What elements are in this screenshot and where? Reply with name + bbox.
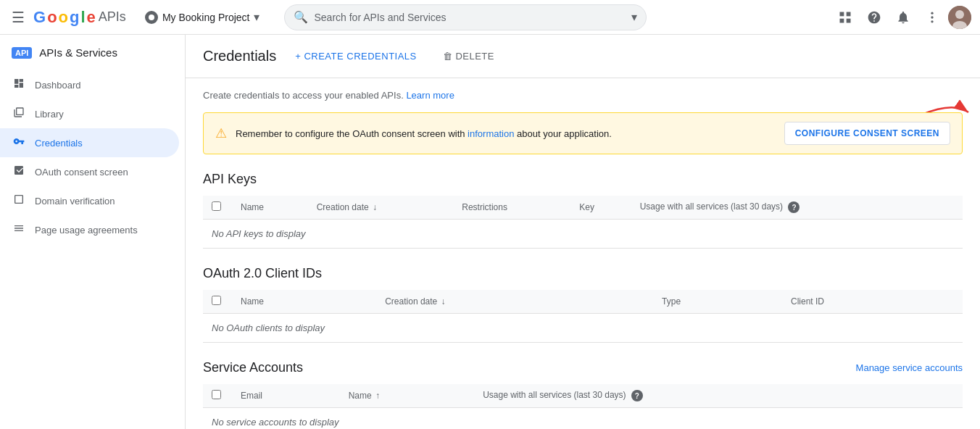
- oauth-clients-header-row: Name Creation date ↓ Type Client ID: [203, 290, 963, 314]
- app-layout: API APIs & Services Dashboard Library Cr…: [0, 35, 980, 429]
- sidebar-header: API APIs & Services: [0, 41, 185, 70]
- svg-point-9: [955, 10, 964, 19]
- oauth-clients-table-header: Name Creation date ↓ Type Client ID: [203, 290, 963, 314]
- logo-g: G: [33, 8, 46, 27]
- sidebar-item-domain[interactable]: Domain verification: [0, 186, 179, 215]
- warning-link[interactable]: information: [468, 128, 514, 139]
- api-keys-col-name: Name: [232, 196, 308, 220]
- content-area: Create credentials to access your enable…: [186, 78, 980, 429]
- sidebar-item-dashboard[interactable]: Dashboard: [0, 70, 179, 99]
- service-accounts-select-all-header: [203, 384, 232, 408]
- api-keys-table: Name Creation date ↓ Restrictions Key: [203, 196, 963, 249]
- svg-rect-3: [840, 18, 844, 22]
- sidebar-item-oauth[interactable]: OAuth consent screen: [0, 157, 179, 186]
- avatar[interactable]: [948, 6, 971, 29]
- api-keys-header-row: Name Creation date ↓ Restrictions Key: [203, 196, 963, 220]
- api-keys-table-body: No API keys to display: [203, 220, 963, 249]
- service-accounts-usage-help-icon[interactable]: ?: [631, 390, 643, 401]
- service-accounts-select-all-checkbox[interactable]: [212, 390, 221, 399]
- page-title: Credentials: [203, 48, 276, 64]
- sort-desc-icon-oauth: ↓: [441, 296, 446, 307]
- project-selector[interactable]: My Booking Project ▾: [141, 7, 265, 27]
- help-icon-button[interactable]: [861, 4, 887, 30]
- oauth-clients-col-creation-date[interactable]: Creation date ↓: [376, 290, 653, 314]
- api-keys-usage-help-icon[interactable]: ?: [788, 201, 800, 213]
- service-accounts-header-row: Email Name ↑ Usage with all services (la…: [203, 384, 963, 408]
- sidebar-label-credentials: Credentials: [35, 138, 83, 149]
- sidebar-item-library[interactable]: Library: [0, 99, 179, 128]
- main-content: Credentials + CREATE CREDENTIALS 🗑 DELET…: [186, 35, 980, 429]
- configure-consent-screen-button[interactable]: CONFIGURE CONSENT SCREEN: [784, 122, 950, 145]
- oauth-clients-col-name: Name: [232, 290, 376, 314]
- project-name: My Booking Project: [162, 12, 250, 23]
- warning-banner: ⚠ Remember to configure the OAuth consen…: [203, 112, 963, 154]
- service-accounts-no-data-row: No service accounts to display: [203, 408, 963, 430]
- api-keys-select-all-checkbox[interactable]: [212, 201, 221, 211]
- warning-text: Remember to configure the OAuth consent …: [236, 128, 773, 139]
- logo-e: e: [87, 8, 96, 27]
- warning-wrapper: ⚠ Remember to configure the OAuth consen…: [203, 112, 963, 154]
- api-keys-col-restrictions: Restrictions: [453, 196, 570, 220]
- notification-icon-button[interactable]: [890, 4, 916, 30]
- logo-o2: o: [59, 8, 68, 27]
- sidebar-item-credentials[interactable]: Credentials: [0, 128, 179, 157]
- oauth-clients-section: OAuth 2.0 Client IDs Name Creation date: [203, 266, 963, 343]
- logo-l: l: [80, 8, 85, 27]
- oauth-clients-no-data-row: No OAuth clients to display: [203, 314, 963, 343]
- search-bar[interactable]: 🔍 Search for APIs and Services ▾: [284, 4, 647, 30]
- delete-button[interactable]: 🗑 DELETE: [436, 46, 502, 66]
- service-accounts-header-row: Service Accounts Manage service accounts: [203, 360, 963, 375]
- sidebar-label-dashboard: Dashboard: [35, 80, 81, 91]
- service-accounts-table: Email Name ↑ Usage with all services (la…: [203, 384, 963, 429]
- svg-rect-4: [847, 18, 851, 22]
- page-usage-icon: [12, 222, 26, 237]
- svg-rect-2: [847, 12, 851, 16]
- sidebar: API APIs & Services Dashboard Library Cr…: [0, 35, 186, 429]
- apps-icon-button[interactable]: [832, 4, 858, 30]
- api-keys-section: API Keys Name Creation date: [203, 172, 963, 249]
- service-accounts-col-name[interactable]: Name ↑: [340, 384, 474, 408]
- credentials-icon: [12, 136, 26, 150]
- info-bar: Create credentials to access your enable…: [203, 90, 963, 101]
- api-keys-no-data-row: No API keys to display: [203, 220, 963, 249]
- oauth-clients-table-body: No OAuth clients to display: [203, 314, 963, 343]
- svg-point-5: [931, 12, 933, 14]
- svg-point-0: [149, 14, 154, 20]
- page-header: Credentials + CREATE CREDENTIALS 🗑 DELET…: [186, 35, 980, 78]
- api-keys-title: API Keys: [203, 172, 963, 187]
- sort-asc-icon: ↑: [375, 391, 380, 401]
- service-accounts-title: Service Accounts: [203, 360, 303, 375]
- oauth-clients-col-type: Type: [653, 290, 782, 314]
- logo-apis: APIs: [99, 9, 126, 25]
- service-accounts-no-data-cell: No service accounts to display: [203, 408, 963, 430]
- menu-icon[interactable]: ☰: [9, 6, 28, 29]
- logo-g2: g: [70, 8, 79, 27]
- more-icon-button[interactable]: [919, 4, 945, 30]
- sidebar-label-domain: Domain verification: [35, 196, 115, 207]
- svg-point-7: [931, 20, 933, 22]
- api-keys-select-all-header: [203, 196, 232, 220]
- oauth-clients-no-data-cell: No OAuth clients to display: [203, 314, 963, 343]
- navbar-right: [832, 4, 971, 30]
- manage-service-accounts-link[interactable]: Manage service accounts: [856, 362, 963, 373]
- sidebar-title: APIs & Services: [39, 46, 117, 59]
- create-credentials-button[interactable]: + CREATE CREDENTIALS: [288, 46, 424, 66]
- project-dropdown-icon: ▾: [254, 10, 259, 24]
- api-keys-col-key: Key: [570, 196, 631, 220]
- service-accounts-col-email: Email: [232, 384, 340, 408]
- library-icon: [12, 107, 26, 121]
- navbar: ☰ G o o g l e APIs My Booking Project ▾ …: [0, 0, 980, 35]
- sort-desc-icon: ↓: [373, 202, 377, 212]
- api-keys-table-header: Name Creation date ↓ Restrictions Key: [203, 196, 963, 220]
- warning-icon: ⚠: [215, 125, 227, 141]
- dashboard-icon: [12, 78, 26, 92]
- learn-more-link[interactable]: Learn more: [406, 90, 454, 101]
- api-keys-col-creation-date[interactable]: Creation date ↓: [308, 196, 454, 220]
- sidebar-item-page-usage[interactable]: Page usage agreements: [0, 215, 179, 244]
- api-badge: API: [12, 47, 32, 59]
- svg-point-6: [931, 16, 933, 18]
- oauth-icon: [12, 164, 26, 179]
- domain-icon: [12, 193, 26, 208]
- sidebar-label-page-usage: Page usage agreements: [35, 225, 138, 236]
- oauth-clients-select-all-checkbox[interactable]: [212, 296, 221, 305]
